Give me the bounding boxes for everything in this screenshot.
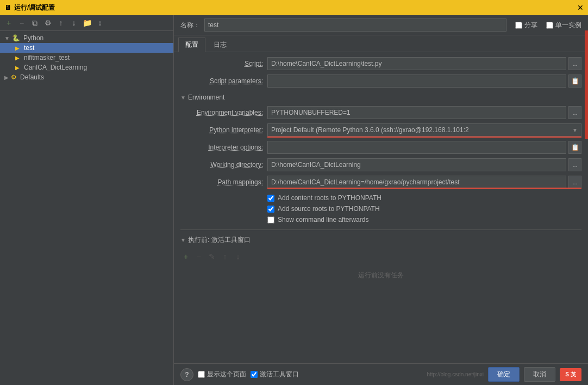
env-section-header[interactable]: ▼ Environment xyxy=(180,91,581,103)
exec-up-button[interactable]: ↑ xyxy=(220,251,230,262)
tree-item-canica[interactable]: ▶ CanICA_DictLearning xyxy=(0,63,173,72)
share-checkbox[interactable] xyxy=(515,22,522,29)
env-vars-row: Environment variables: ... xyxy=(180,105,581,120)
folder-button[interactable]: 📁 xyxy=(82,17,92,28)
show-page-group: 显示这个页面 xyxy=(198,370,246,379)
tree-defaults[interactable]: ▶ ⚙ Defaults xyxy=(0,72,173,82)
path-mappings-input[interactable] xyxy=(267,176,566,189)
ok-button[interactable]: 确定 xyxy=(488,367,520,382)
move-up-button[interactable]: ↑ xyxy=(55,17,66,28)
working-dir-input[interactable] xyxy=(267,158,566,171)
exec-empty-text: 运行前没有任务 xyxy=(358,271,404,280)
tree-item-test-label: test xyxy=(24,44,34,52)
tree-item-test[interactable]: ▶ test xyxy=(0,43,173,53)
exec-edit-button[interactable]: ✎ xyxy=(207,251,217,262)
single-instance-checkbox[interactable] xyxy=(546,22,553,29)
activate-tool-group: 激活工具窗口 xyxy=(251,370,299,379)
script-params-label: Script parameters: xyxy=(180,77,267,85)
script-row: Script: ... xyxy=(180,57,581,71)
activate-tool-checkbox[interactable] xyxy=(251,371,258,378)
exec-toolbar: + − ✎ ↑ ↓ xyxy=(180,249,581,264)
settings-config-button[interactable]: ⚙ xyxy=(42,17,53,28)
env-vars-label: Environment variables: xyxy=(180,109,267,116)
left-panel: + − ⧉ ⚙ ↑ ↓ 📁 ↕ ▼ 🐍 Python ▶ test ▶ n xyxy=(0,15,174,385)
config-header: 名称： 分享 单一实例 xyxy=(174,15,588,35)
titlebar-icon: 🖥 xyxy=(4,4,11,11)
bottom-right: http://blog.csdn.net/jinxi 确定 取消 S 英 xyxy=(427,367,581,382)
copy-config-button[interactable]: ⧉ xyxy=(29,17,40,28)
show-cmdline-checkbox[interactable] xyxy=(267,216,274,223)
script-params-input[interactable] xyxy=(267,74,566,88)
name-input[interactable] xyxy=(204,18,506,32)
tree-item-nifitmasker[interactable]: ▶ nifitmasker_test xyxy=(0,53,173,63)
nifitmasker-icon: ▶ xyxy=(15,55,20,61)
help-button[interactable]: ? xyxy=(180,368,193,381)
working-dir-browse-button[interactable]: ... xyxy=(568,158,581,171)
share-label: 分享 xyxy=(524,21,537,30)
remove-config-button[interactable]: − xyxy=(16,17,27,28)
sort-button[interactable]: ↕ xyxy=(95,17,105,28)
red-sidebar-decoration xyxy=(585,30,588,139)
interpreter-select[interactable]: Project Default (Remote Python 3.6.0 (ss… xyxy=(267,123,581,136)
tree-item-canica-label: CanICA_DictLearning xyxy=(24,64,87,71)
exec-down-button[interactable]: ↓ xyxy=(233,251,243,262)
path-mappings-label: Path mappings: xyxy=(180,178,267,186)
interpreter-dropdown-arrow: ▼ xyxy=(572,127,578,133)
python-icon: 🐍 xyxy=(12,34,20,42)
add-config-button[interactable]: + xyxy=(3,17,14,28)
watermark-text: http://blog.csdn.net/jinxi xyxy=(427,371,484,377)
cancel-button[interactable]: 取消 xyxy=(524,367,555,382)
single-instance-label: 单一实例 xyxy=(555,21,581,30)
tab-config[interactable]: 配置 xyxy=(178,38,205,52)
tree-item-nifitmasker-label: nifitmasker_test xyxy=(24,54,70,61)
csdn-button[interactable]: S 英 xyxy=(560,368,581,381)
script-params-row: Script parameters: 📋 xyxy=(180,74,581,88)
interpreter-options-label: Interpreter options: xyxy=(180,144,267,151)
titlebar-left: 🖥 运行/调试配置 xyxy=(4,3,55,13)
exec-remove-button[interactable]: − xyxy=(193,251,204,262)
show-page-label: 显示这个页面 xyxy=(207,370,246,379)
test-icon: ▶ xyxy=(15,45,20,51)
show-page-checkbox[interactable] xyxy=(198,371,205,378)
exec-section-arrow: ▼ xyxy=(180,237,186,243)
close-button[interactable]: ✕ xyxy=(577,3,584,12)
add-content-roots-label: Add content roots to PYTHONPATH xyxy=(278,194,381,202)
config-area: Script: ... Script parameters: 📋 ▼ Envir… xyxy=(174,52,588,363)
python-interpreter-value: Project Default (Remote Python 3.6.0 (ss… xyxy=(267,123,581,136)
path-mappings-value: ... xyxy=(267,176,581,189)
titlebar-title: 运行/调试配置 xyxy=(14,3,55,13)
env-vars-browse-button[interactable]: ... xyxy=(568,106,581,119)
interpreter-options-input[interactable] xyxy=(267,141,566,154)
left-toolbar: + − ⧉ ⚙ ↑ ↓ 📁 ↕ xyxy=(0,15,173,31)
script-params-folder-button[interactable]: 📋 xyxy=(568,74,581,88)
env-vars-input[interactable] xyxy=(267,106,566,119)
add-content-roots-checkbox[interactable] xyxy=(267,195,274,202)
interpreter-options-folder-button[interactable]: 📋 xyxy=(568,141,581,154)
exec-section-header[interactable]: ▼ 执行前: 激活工具窗口 xyxy=(180,233,581,247)
add-source-roots-checkbox[interactable] xyxy=(267,206,274,213)
env-section-arrow: ▼ xyxy=(180,95,186,101)
exec-add-button[interactable]: + xyxy=(180,251,191,262)
tree-python-label: Python xyxy=(23,34,43,42)
move-down-button[interactable]: ↓ xyxy=(68,17,79,28)
path-mappings-browse-button[interactable]: ... xyxy=(568,176,581,189)
python-interpreter-row: Python interpreter: Project Default (Rem… xyxy=(180,123,581,137)
working-dir-value: ... xyxy=(267,158,581,171)
exec-section-label: 执行前: 激活工具窗口 xyxy=(188,235,251,245)
defaults-icon: ⚙ xyxy=(11,73,17,81)
interpreter-options-row: Interpreter options: 📋 xyxy=(180,140,581,154)
config-tree: ▼ 🐍 Python ▶ test ▶ nifitmasker_test ▶ C… xyxy=(0,31,173,385)
add-content-roots-row: Add content roots to PYTHONPATH xyxy=(180,192,581,203)
tab-log[interactable]: 日志 xyxy=(207,38,234,52)
tree-arrow-defaults: ▶ xyxy=(4,74,9,80)
python-interpreter-label: Python interpreter: xyxy=(180,126,267,134)
script-input[interactable] xyxy=(267,57,566,70)
script-browse-button[interactable]: ... xyxy=(568,57,581,70)
exec-empty-label: 运行前没有任务 xyxy=(180,264,581,286)
path-mappings-row: Path mappings: ... xyxy=(180,175,581,189)
tree-arrow-python: ▼ xyxy=(4,35,10,41)
single-instance-checkbox-group: 单一实例 xyxy=(546,21,581,30)
env-section-label: Environment xyxy=(188,94,224,101)
working-dir-row: Working directory: ... xyxy=(180,158,581,172)
tree-python-group[interactable]: ▼ 🐍 Python xyxy=(0,33,173,43)
